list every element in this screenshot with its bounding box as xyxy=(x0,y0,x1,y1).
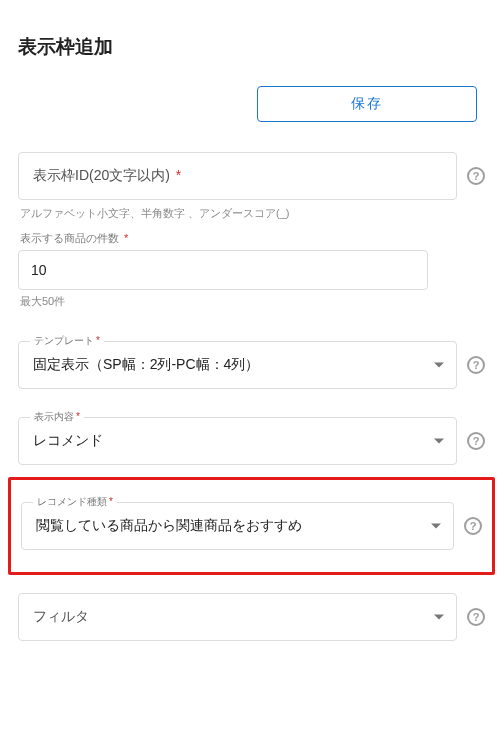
save-row: 保存 xyxy=(18,86,485,122)
help-icon[interactable]: ? xyxy=(467,432,485,450)
recommend-type-float-label: レコメンド種類* xyxy=(33,495,117,509)
item-count-input[interactable] xyxy=(31,262,415,278)
chevron-down-icon xyxy=(434,363,444,368)
display-content-float-label: 表示内容* xyxy=(30,410,84,424)
item-count-hint: 最大50件 xyxy=(20,294,485,309)
page-title: 表示枠追加 xyxy=(18,34,485,60)
frame-id-hint: アルファベット小文字、半角数字 、アンダースコア(_) xyxy=(20,206,485,221)
template-value: 固定表示（SP幅：2列-PC幅：4列） xyxy=(33,356,259,374)
recommend-type-select[interactable]: 閲覧している商品から関連商品をおすすめ xyxy=(21,502,454,550)
help-icon[interactable]: ? xyxy=(467,608,485,626)
frame-id-row: 表示枠ID(20文字以内) * ? xyxy=(18,152,485,200)
help-icon[interactable]: ? xyxy=(467,167,485,185)
filter-row: フィルタ ? xyxy=(18,593,485,641)
item-count-label-row: 表示する商品の件数 * xyxy=(20,231,485,246)
help-icon[interactable]: ? xyxy=(464,517,482,535)
required-mark: * xyxy=(109,496,113,507)
display-content-select[interactable]: レコメンド xyxy=(18,417,457,465)
filter-select[interactable]: フィルタ xyxy=(18,593,457,641)
save-button[interactable]: 保存 xyxy=(257,86,477,122)
required-mark: * xyxy=(76,411,80,422)
template-float-label: テンプレート* xyxy=(30,334,104,348)
frame-id-input[interactable]: 表示枠ID(20文字以内) * xyxy=(18,152,457,200)
filter-label: フィルタ xyxy=(33,608,89,626)
display-content-row: 表示内容* レコメンド ? xyxy=(18,417,485,465)
recommend-type-value: 閲覧している商品から関連商品をおすすめ xyxy=(36,517,302,535)
recommend-type-highlight: レコメンド種類* 閲覧している商品から関連商品をおすすめ ? xyxy=(8,477,495,575)
frame-id-label: 表示枠ID(20文字以内) xyxy=(33,167,170,183)
chevron-down-icon xyxy=(434,615,444,620)
recommend-type-row: レコメンド種類* 閲覧している商品から関連商品をおすすめ ? xyxy=(21,502,482,550)
item-count-label: 表示する商品の件数 xyxy=(20,232,119,244)
display-content-value: レコメンド xyxy=(33,432,103,450)
item-count-input-wrap[interactable] xyxy=(18,250,428,290)
template-select[interactable]: 固定表示（SP幅：2列-PC幅：4列） xyxy=(18,341,457,389)
required-mark: * xyxy=(96,335,100,346)
required-mark: * xyxy=(124,232,128,244)
template-row: テンプレート* 固定表示（SP幅：2列-PC幅：4列） ? xyxy=(18,341,485,389)
help-icon[interactable]: ? xyxy=(467,356,485,374)
chevron-down-icon xyxy=(431,524,441,529)
required-mark: * xyxy=(176,167,181,183)
chevron-down-icon xyxy=(434,439,444,444)
